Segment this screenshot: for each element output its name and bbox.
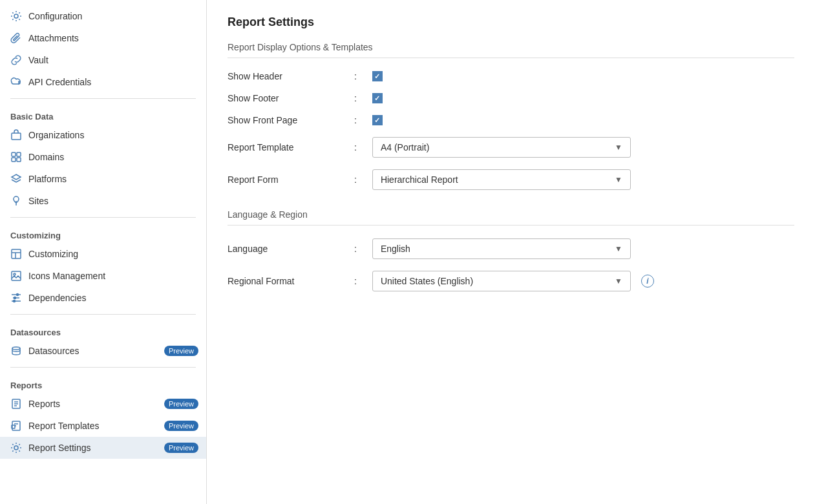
sidebar-item-sites[interactable]: Sites bbox=[0, 190, 206, 212]
pin-icon bbox=[10, 195, 22, 207]
sidebar-item-organizations[interactable]: Organizations bbox=[0, 124, 206, 146]
report-form-row: Report Form : Hierarchical Report ▼ bbox=[228, 169, 794, 190]
sidebar-item-configuration-label: Configuration bbox=[28, 11, 82, 21]
sidebar-item-platforms[interactable]: Platforms bbox=[0, 168, 206, 190]
language-dropdown[interactable]: English ▼ bbox=[372, 238, 631, 259]
layout-icon bbox=[10, 248, 22, 260]
sidebar-item-vault[interactable]: Vault bbox=[0, 49, 206, 71]
svg-rect-14 bbox=[12, 271, 21, 280]
sidebar-item-icons-management[interactable]: Icons Management bbox=[0, 265, 206, 287]
customizing-section-title: Customizing bbox=[0, 223, 206, 243]
sidebar-item-dependencies[interactable]: Dependencies bbox=[0, 287, 206, 309]
regional-format-label: Regional Format bbox=[228, 276, 344, 286]
regional-format-dropdown[interactable]: United States (English) ▼ bbox=[372, 271, 631, 291]
report-form-dropdown[interactable]: Hierarchical Report ▼ bbox=[372, 169, 631, 190]
show-footer-label: Show Footer bbox=[228, 93, 344, 103]
regional-format-colon: : bbox=[354, 276, 357, 286]
language-region-header: Language & Region bbox=[228, 209, 794, 226]
sidebar-item-attachments[interactable]: Attachments bbox=[0, 27, 206, 49]
divider-basic-data bbox=[10, 98, 196, 99]
sidebar-item-report-templates-label: Report Templates bbox=[28, 421, 99, 431]
language-row: Language : English ▼ bbox=[228, 238, 794, 259]
show-front-page-control bbox=[372, 115, 383, 125]
sidebar-item-api-credentials[interactable]: API Credentials bbox=[0, 71, 206, 93]
chevron-down-icon: ▼ bbox=[615, 143, 622, 152]
show-front-page-row: Show Front Page : bbox=[228, 115, 794, 125]
report-icon bbox=[10, 398, 22, 410]
language-region-section: Language & Region Language : English ▼ R… bbox=[228, 209, 794, 291]
chevron-down-icon-3: ▼ bbox=[615, 244, 622, 253]
report-template-row: Report Template : A4 (Portrait) ▼ bbox=[228, 137, 794, 158]
show-front-page-checkbox[interactable] bbox=[372, 115, 383, 125]
paperclip-icon bbox=[10, 32, 22, 44]
svg-rect-7 bbox=[12, 158, 16, 162]
regional-format-info-icon[interactable]: i bbox=[641, 275, 654, 288]
sidebar-item-report-settings[interactable]: Report Settings Preview bbox=[0, 437, 206, 459]
grid-icon bbox=[10, 151, 22, 163]
sidebar-item-customizing-label: Customizing bbox=[28, 249, 78, 259]
sidebar-item-report-settings-label: Report Settings bbox=[28, 443, 91, 453]
layers-icon bbox=[10, 173, 22, 185]
show-front-page-label: Show Front Page bbox=[228, 115, 344, 125]
report-form-colon: : bbox=[354, 174, 357, 185]
svg-rect-11 bbox=[12, 249, 21, 258]
show-footer-colon: : bbox=[354, 93, 357, 103]
sidebar-item-datasources[interactable]: Datasources Preview bbox=[0, 340, 206, 362]
display-options-header: Report Display Options & Templates bbox=[228, 42, 794, 58]
divider-reports bbox=[10, 367, 196, 368]
sidebar-item-reports-label: Reports bbox=[28, 399, 60, 409]
sidebar-item-report-templates[interactable]: Report Templates Preview bbox=[0, 415, 206, 437]
sidebar-item-customizing[interactable]: Customizing bbox=[0, 243, 206, 265]
show-header-control bbox=[372, 71, 383, 81]
basic-data-section-title: Basic Data bbox=[0, 104, 206, 124]
report-template-dropdown[interactable]: A4 (Portrait) ▼ bbox=[372, 137, 631, 158]
gear-icon bbox=[10, 10, 22, 22]
main-content: Report Settings Report Display Options &… bbox=[207, 0, 815, 504]
svg-point-0 bbox=[14, 14, 18, 18]
datasources-preview-badge: Preview bbox=[164, 346, 198, 356]
report-form-label: Report Form bbox=[228, 174, 344, 185]
sidebar-item-configuration[interactable]: Configuration bbox=[0, 5, 206, 27]
show-header-label: Show Header bbox=[228, 71, 344, 81]
svg-point-19 bbox=[14, 297, 16, 299]
svg-rect-5 bbox=[12, 152, 16, 156]
display-options-section: Report Display Options & Templates Show … bbox=[228, 42, 794, 190]
show-header-colon: : bbox=[354, 71, 357, 81]
sidebar-item-organizations-label: Organizations bbox=[28, 130, 84, 140]
svg-point-20 bbox=[17, 294, 19, 296]
report-form-value: Hierarchical Report bbox=[381, 174, 458, 185]
divider-customizing bbox=[10, 217, 196, 218]
divider-datasources bbox=[10, 314, 196, 315]
report-settings-preview-badge: Preview bbox=[164, 443, 198, 453]
language-label: Language bbox=[228, 244, 344, 254]
sidebar-item-platforms-label: Platforms bbox=[28, 174, 67, 184]
svg-rect-1 bbox=[12, 133, 21, 140]
sidebar-item-datasources-label: Datasources bbox=[28, 346, 79, 356]
report-template-value: A4 (Portrait) bbox=[381, 142, 429, 152]
show-front-page-colon: : bbox=[354, 115, 357, 125]
sidebar-item-domains-label: Domains bbox=[28, 152, 64, 162]
svg-point-31 bbox=[14, 446, 18, 450]
show-header-row: Show Header : bbox=[228, 71, 794, 81]
sidebar-item-reports[interactable]: Reports Preview bbox=[0, 393, 206, 415]
regional-format-value: United States (English) bbox=[381, 276, 473, 286]
svg-rect-30 bbox=[12, 425, 15, 428]
svg-point-22 bbox=[12, 347, 20, 350]
language-value: English bbox=[381, 244, 410, 254]
sidebar-item-domains[interactable]: Domains bbox=[0, 146, 206, 168]
image-icon bbox=[10, 270, 22, 282]
database-icon bbox=[10, 345, 22, 357]
report-template-label: Report Template bbox=[228, 142, 344, 152]
svg-marker-9 bbox=[12, 174, 21, 180]
svg-point-21 bbox=[14, 300, 16, 302]
show-header-checkbox[interactable] bbox=[372, 71, 383, 81]
sidebar-item-vault-label: Vault bbox=[28, 55, 48, 65]
show-footer-checkbox[interactable] bbox=[372, 93, 383, 103]
link-icon bbox=[10, 54, 22, 66]
report2-icon bbox=[10, 420, 22, 432]
sidebar-item-attachments-label: Attachments bbox=[28, 33, 79, 43]
language-colon: : bbox=[354, 244, 357, 254]
reports-section-title: Reports bbox=[0, 373, 206, 393]
sidebar: Configuration Attachments Vault API Cred… bbox=[0, 0, 207, 504]
building-icon bbox=[10, 129, 22, 141]
